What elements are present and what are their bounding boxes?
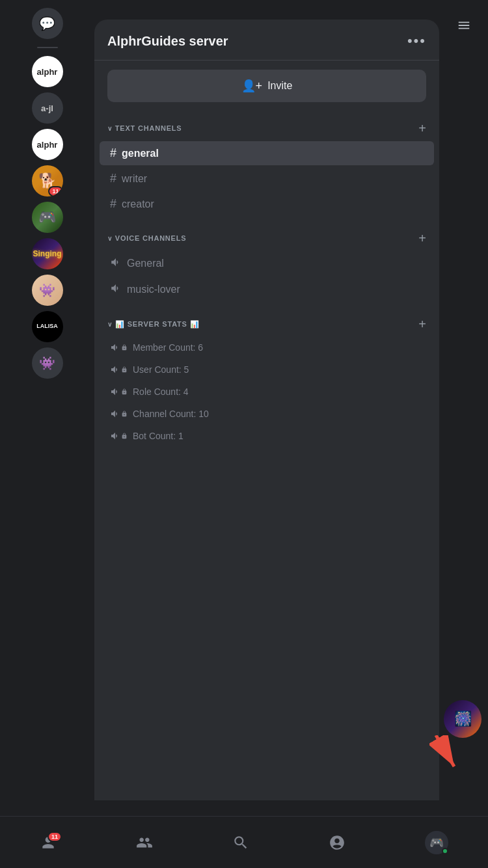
stat-bot-count: Bot Count: 1	[100, 426, 434, 446]
server-panel: AlphrGuides server ••• 👤+ Invite ∨ TEXT …	[94, 20, 439, 800]
invite-button[interactable]: 👤+ Invite	[107, 70, 426, 102]
server-header: AlphrGuides server •••	[94, 20, 439, 61]
stat-channel-count: Channel Count: 10	[100, 403, 434, 424]
stat-name-role-count: Role Count: 4	[133, 387, 189, 397]
voice-channels-header: ∨ VOICE CHANNELS +	[94, 221, 439, 250]
sidebar-item-singing[interactable]: Singing	[32, 238, 63, 269]
voice-channel-music-lover[interactable]: music-lover	[100, 277, 434, 302]
speaker-icon-music-lover	[110, 282, 122, 297]
stat-member-count: Member Count: 6	[100, 337, 434, 358]
channel-item-writer[interactable]: # writer	[100, 167, 434, 191]
sidebar-item-shiba[interactable]: 🐕 11	[32, 165, 63, 197]
more-options-button[interactable]: •••	[407, 33, 426, 49]
nav-item-mentions[interactable]	[329, 834, 346, 851]
voice-channels-label: ∨ VOICE CHANNELS	[107, 234, 186, 242]
sidebar-separator	[37, 47, 58, 48]
channel-name-creator: creator	[122, 198, 154, 210]
hamburger-menu-button[interactable]	[452, 13, 476, 41]
invite-icon: 👤+	[241, 79, 263, 93]
invite-label: Invite	[267, 80, 292, 92]
sidebar-item-pixel[interactable]: 👾	[32, 275, 63, 306]
server-stats-chevron[interactable]: ∨	[107, 321, 113, 328]
channel-name-general: general	[122, 148, 159, 159]
server-sidebar: 💬 alphr a-jl alphr 🐕 11 🎮 Singing 👾 LALI…	[0, 0, 94, 826]
sidebar-item-mc[interactable]: 🎮	[32, 202, 63, 233]
sidebar-item-game[interactable]: 👾	[32, 347, 63, 379]
stat-name-member-count: Member Count: 6	[133, 342, 203, 353]
voice-channels-chevron[interactable]: ∨	[107, 235, 113, 242]
stat-name-channel-count: Channel Count: 10	[133, 409, 209, 419]
sidebar-item-alphr[interactable]: alphr	[32, 56, 63, 87]
online-status-dot	[442, 848, 448, 854]
sidebar-item-lalisa[interactable]: LALISA	[32, 311, 63, 342]
hash-icon-writer: #	[110, 172, 116, 185]
nav-item-profile[interactable]: 🎮	[425, 831, 448, 854]
text-channels-label: ∨ TEXT CHANNELS	[107, 124, 182, 132]
stat-name-user-count: User Count: 5	[133, 364, 189, 375]
lock-speaker-icon-bot	[110, 431, 128, 441]
server-title: AlphrGuides server	[107, 34, 228, 49]
shiba-badge: 11	[48, 186, 62, 197]
nav-item-friends[interactable]: 11	[40, 834, 57, 851]
nav-item-search[interactable]	[232, 834, 249, 851]
channel-item-creator[interactable]: # creator	[100, 192, 434, 216]
lock-speaker-icon-channel	[110, 409, 128, 419]
voice-channel-name-music-lover: music-lover	[127, 284, 180, 295]
channel-item-general[interactable]: # general	[100, 141, 434, 165]
right-side-avatar: 🎆	[444, 700, 481, 738]
stat-role-count: Role Count: 4	[100, 381, 434, 402]
stat-user-count: User Count: 5	[100, 359, 434, 380]
speaker-icon-general	[110, 256, 122, 271]
sidebar-item-alphr2[interactable]: alphr	[32, 129, 63, 160]
text-channels-chevron[interactable]: ∨	[107, 125, 113, 132]
text-channels-header: ∨ TEXT CHANNELS +	[94, 111, 439, 140]
lock-speaker-icon-role	[110, 387, 128, 397]
add-stats-channel-button[interactable]: +	[418, 318, 426, 331]
red-arrow-indicator	[429, 735, 462, 777]
voice-channel-name-general: General	[127, 258, 164, 269]
add-voice-channel-button[interactable]: +	[418, 232, 426, 245]
hash-icon-creator: #	[110, 197, 116, 211]
sidebar-item-ajl[interactable]: a-jl	[32, 92, 63, 124]
channel-name-writer: writer	[122, 173, 147, 185]
server-stats-label: ∨ 📊 SERVER STATS 📊	[107, 320, 200, 329]
voice-channel-general[interactable]: General	[100, 251, 434, 276]
add-text-channel-button[interactable]: +	[418, 122, 426, 135]
svg-line-1	[436, 735, 454, 766]
profile-avatar: 🎮	[425, 831, 448, 854]
bottom-navigation: 11 🎮	[0, 816, 488, 868]
server-stats-header: ∨ 📊 SERVER STATS 📊 +	[94, 307, 439, 336]
stat-name-bot-count: Bot Count: 1	[133, 431, 183, 441]
friends-badge: 11	[47, 832, 62, 842]
sidebar-item-chat[interactable]: 💬	[32, 8, 63, 39]
lock-speaker-icon-member	[110, 342, 128, 353]
nav-item-find-friends[interactable]	[136, 834, 153, 851]
lock-speaker-icon-user	[110, 364, 128, 375]
hash-icon-general: #	[110, 146, 116, 160]
